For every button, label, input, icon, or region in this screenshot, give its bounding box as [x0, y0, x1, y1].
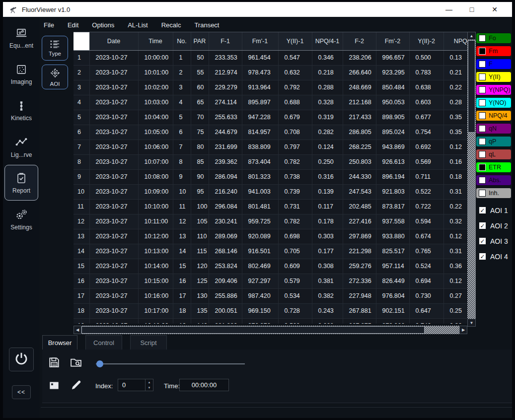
aoi-checkbox[interactable]: ✓ — [479, 237, 486, 245]
index-spinner[interactable]: 0 ▲ ▼ — [118, 379, 153, 391]
aoi-checkbox[interactable]: ✓ — [479, 253, 486, 260]
legend-checkbox-abs[interactable] — [479, 177, 486, 184]
menu-file[interactable]: File — [44, 21, 54, 29]
aoi-button[interactable]: AOI — [42, 65, 68, 89]
column-header-time[interactable]: Time — [138, 32, 173, 50]
edit-button[interactable] — [68, 378, 84, 394]
legend-button-qp[interactable]: qP — [476, 136, 512, 147]
legend-checkbox-y-ii[interactable] — [479, 73, 486, 80]
legend-button-fo[interactable]: Fo — [476, 33, 512, 44]
table-row[interactable]: 182023-10-2710:17:0018135200.051969.1500… — [74, 303, 467, 318]
legend-checkbox-inh[interactable] — [479, 190, 486, 197]
table-row[interactable]: 22023-10-2710:01:00255212.974978.4730.63… — [74, 65, 467, 80]
aoi-item-aoi-1[interactable]: ✓AOI 1 — [479, 203, 508, 218]
scroll-down-icon[interactable]: ▼ — [467, 319, 476, 327]
maximize-button[interactable]: □ — [460, 5, 483, 13]
legend-button-inh[interactable]: Inh. — [476, 188, 512, 199]
column-header-f-2[interactable]: F-2 — [343, 32, 376, 50]
column-header-y-ii-2[interactable]: Y(II)-2 — [409, 32, 443, 50]
aoi-checkbox[interactable]: ✓ — [479, 207, 486, 214]
column-header-f-1[interactable]: F-1 — [209, 32, 242, 50]
table-row[interactable]: 172023-10-2710:16:0017130255.886987.4200… — [74, 288, 467, 303]
legend-checkbox-ql[interactable] — [479, 151, 486, 158]
legend-checkbox-f[interactable] — [479, 61, 486, 68]
table-row[interactable]: 152023-10-2710:14:0015120253.824802.4690… — [74, 259, 467, 274]
scroll-right-icon[interactable]: ▶ — [459, 326, 467, 334]
scroll-up-icon[interactable]: ▲ — [467, 32, 476, 40]
legend-button-ql[interactable]: qL — [476, 149, 512, 160]
horizontal-scrollbar-thumb[interactable] — [81, 326, 425, 334]
table-row[interactable]: 42023-10-2710:03:00465274.114895.8970.68… — [74, 95, 467, 110]
column-header-fm-1[interactable]: Fm'-1 — [242, 32, 278, 50]
table-row[interactable]: 62023-10-2710:05:00675244.679814.9570.70… — [74, 125, 467, 140]
table-row[interactable]: 52023-10-2710:04:00570255.633947.2280.67… — [74, 110, 467, 125]
minimize-button[interactable]: — — [438, 5, 460, 13]
legend-checkbox-fm[interactable] — [479, 48, 486, 55]
tab-script[interactable]: Script — [130, 335, 167, 350]
close-button[interactable]: ✕ — [483, 5, 506, 13]
menu-edit[interactable]: Edit — [68, 21, 78, 29]
legend-button-abs[interactable]: Abs. — [476, 175, 512, 186]
slider-thumb[interactable] — [96, 360, 103, 367]
legend-checkbox-y-npq[interactable] — [479, 86, 486, 93]
collapse-sidebar-button[interactable]: << — [12, 385, 31, 399]
table-row[interactable]: 112023-10-2710:10:0011100296.084801.4810… — [74, 199, 467, 214]
table-row[interactable]: 32023-10-2710:02:00360229.279913.9640.79… — [74, 80, 467, 95]
spin-down-icon[interactable]: ▼ — [146, 385, 153, 391]
sidebar-item-settings[interactable]: Settings — [4, 201, 38, 237]
table-row[interactable]: 92023-10-2710:08:00990286.094801.3230.73… — [74, 169, 467, 184]
index-value[interactable]: 0 — [118, 381, 145, 389]
sidebar-item-equ-ent[interactable]: Equ...ent — [4, 20, 38, 56]
legend-checkbox-npq-4[interactable] — [479, 112, 486, 119]
legend-button-y-no[interactable]: Y(NO) — [476, 97, 512, 108]
index-slider[interactable] — [96, 360, 245, 367]
column-header-npq-4-1[interactable]: NPQ/4-1 — [312, 32, 343, 50]
tab-control[interactable]: Control — [85, 335, 122, 350]
display-frame-button[interactable] — [46, 378, 62, 394]
legend-checkbox-qn[interactable] — [479, 125, 486, 132]
menu-recalc[interactable]: Recalc — [161, 21, 181, 29]
menu-options[interactable]: Options — [92, 21, 114, 29]
legend-checkbox-etr[interactable] — [479, 164, 486, 171]
column-header-y-ii-1[interactable]: Y(II)-1 — [278, 32, 312, 50]
time-field[interactable]: 00:00:00 — [179, 379, 229, 391]
table-row[interactable]: 82023-10-2710:07:00885239.362873.4040.78… — [74, 154, 467, 169]
table-row[interactable]: 142023-10-2710:13:0014115268.146916.5010… — [74, 244, 467, 259]
type-button[interactable]: Type — [42, 36, 68, 61]
legend-button-y-ii[interactable]: Y(II) — [476, 71, 512, 82]
table-row[interactable]: 132023-10-2710:12:0013110289.069920.0890… — [74, 229, 467, 244]
aoi-item-aoi-3[interactable]: ✓AOI 3 — [479, 233, 508, 249]
column-header-npq-4-2[interactable]: NPQ/4-2 — [443, 32, 467, 50]
table-row[interactable]: 72023-10-2710:06:00780231.699838.8090.79… — [74, 140, 467, 154]
menu-transect[interactable]: Transect — [194, 21, 219, 29]
legend-button-y-npq[interactable]: Y(NPQ) — [476, 84, 512, 95]
legend-checkbox-qp[interactable] — [479, 138, 486, 145]
aoi-checkbox[interactable]: ✓ — [479, 222, 486, 229]
slider-track[interactable] — [96, 363, 245, 364]
spin-up-icon[interactable]: ▲ — [146, 379, 153, 385]
power-button[interactable] — [9, 348, 34, 371]
column-header-date[interactable]: Date — [89, 32, 138, 50]
browse-files-button[interactable] — [68, 355, 84, 371]
legend-button-npq-4[interactable]: NPQ/4 — [476, 110, 512, 121]
aoi-item-aoi-4[interactable]: ✓AOI 4 — [479, 249, 508, 264]
sidebar-item-report[interactable]: Report — [4, 165, 38, 201]
table-row[interactable]: 102023-10-2710:09:001095216.240941.0030.… — [74, 184, 467, 199]
tab-browser[interactable]: Browser — [42, 335, 77, 350]
legend-button-etr[interactable]: ETR — [476, 162, 512, 173]
legend-button-f[interactable]: F — [476, 59, 512, 70]
legend-button-qn[interactable]: qN — [476, 123, 512, 134]
menu-al-list[interactable]: AL-List — [128, 21, 147, 29]
column-header-no[interactable]: No. — [173, 32, 191, 50]
column-header-fm-2[interactable]: Fm'-2 — [376, 32, 409, 50]
sidebar-item-imaging[interactable]: Imaging — [4, 56, 38, 92]
table-row[interactable]: 192023-10-2710:18:0019140281.880976.9760… — [74, 318, 467, 324]
vertical-scrollbar[interactable]: ▲ ▼ — [467, 32, 476, 327]
table-row[interactable]: 162023-10-2710:15:0016125209.406927.2970… — [74, 274, 467, 288]
legend-checkbox-y-no[interactable] — [479, 99, 486, 106]
table-row[interactable]: 122023-10-2710:11:0012105230.241959.7250… — [74, 214, 467, 229]
index-spinner-buttons[interactable]: ▲ ▼ — [145, 379, 153, 391]
legend-checkbox-fo[interactable] — [479, 35, 486, 42]
save-button[interactable] — [46, 355, 62, 371]
horizontal-scrollbar[interactable]: ◀ ▶ — [74, 326, 467, 334]
